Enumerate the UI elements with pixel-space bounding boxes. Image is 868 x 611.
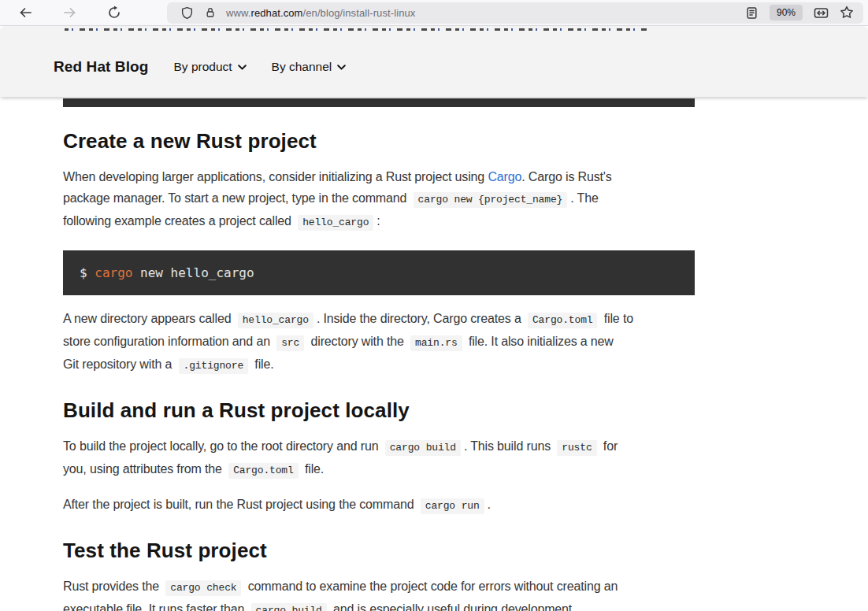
paragraph: To build the project locally, go to the … — [63, 435, 701, 481]
inline-code: main.rs — [410, 335, 462, 351]
blog-brand[interactable]: Red Hat Blog — [54, 58, 148, 76]
inline-code: cargo check — [165, 580, 241, 596]
paragraph: After the project is built, run the Rust… — [63, 494, 701, 517]
section-heading: Build and run a Rust project locally — [63, 398, 695, 423]
lock-icon[interactable] — [204, 6, 217, 19]
section-heading: Create a new Rust project — [63, 128, 695, 154]
inline-code: cargo build — [385, 440, 461, 456]
code-block-partial — [63, 98, 695, 107]
section-heading: Test the Rust project — [63, 538, 695, 563]
bookmark-star-icon[interactable] — [840, 6, 854, 20]
paragraph: A new directory appears called hello_car… — [63, 308, 701, 376]
inline-code: Cargo.toml — [228, 463, 299, 479]
inline-code: rustc — [557, 440, 596, 456]
reader-view-icon[interactable] — [745, 6, 759, 20]
url-domain: redhat.com — [250, 7, 302, 19]
expand-width-icon[interactable] — [814, 6, 829, 20]
forward-icon — [63, 6, 76, 19]
blog-header: Red Hat Blog By product By channel — [0, 26, 868, 97]
paragraph: Rust provides the cargo check command to… — [63, 576, 701, 611]
shield-icon[interactable] — [180, 6, 194, 20]
url-prefix: www. — [226, 7, 250, 19]
chevron-down-icon — [337, 65, 346, 70]
page-viewport: Red Hat Blog By product By channel Creat… — [0, 26, 868, 611]
nav-by-product[interactable]: By product — [173, 60, 246, 74]
code-block: $ cargo new hello_cargo — [63, 250, 695, 295]
article: Create a new Rust projectWhen developing… — [63, 98, 701, 611]
inline-code: cargo build — [251, 603, 327, 611]
browser-toolbar: www.redhat.com/en/blog/install-rust-linu… — [0, 0, 868, 26]
url-text[interactable]: www.redhat.com/en/blog/install-rust-linu… — [226, 7, 415, 19]
chevron-down-icon — [238, 65, 247, 70]
url-path: /en/blog/install-rust-linux — [303, 7, 416, 19]
inline-code: cargo run — [421, 498, 484, 514]
code-command-highlight: cargo — [95, 265, 132, 280]
nav-by-product-label: By product — [173, 60, 232, 74]
inline-code: hello_cargo — [238, 313, 313, 328]
inline-code: hello_cargo — [298, 215, 373, 231]
back-icon[interactable] — [19, 6, 32, 19]
refresh-icon[interactable] — [108, 6, 121, 19]
address-bar[interactable]: www.redhat.com/en/blog/install-rust-linu… — [167, 2, 863, 24]
nav-by-channel-label: By channel — [272, 60, 332, 74]
nav-by-channel[interactable]: By channel — [272, 60, 347, 74]
text-link[interactable]: Cargo — [488, 170, 521, 183]
clipped-text-remnant — [65, 28, 651, 31]
code-command-rest: new hello_cargo — [132, 265, 254, 280]
paragraph: When developing larger applications, con… — [63, 166, 701, 233]
inline-code: Cargo.toml — [528, 313, 598, 328]
inline-code: cargo new {project_name} — [414, 192, 568, 208]
code-prompt: $ — [80, 265, 95, 280]
inline-code: src — [276, 335, 304, 351]
inline-code: .gitignore — [179, 358, 249, 374]
zoom-level-badge[interactable]: 90% — [770, 5, 803, 20]
